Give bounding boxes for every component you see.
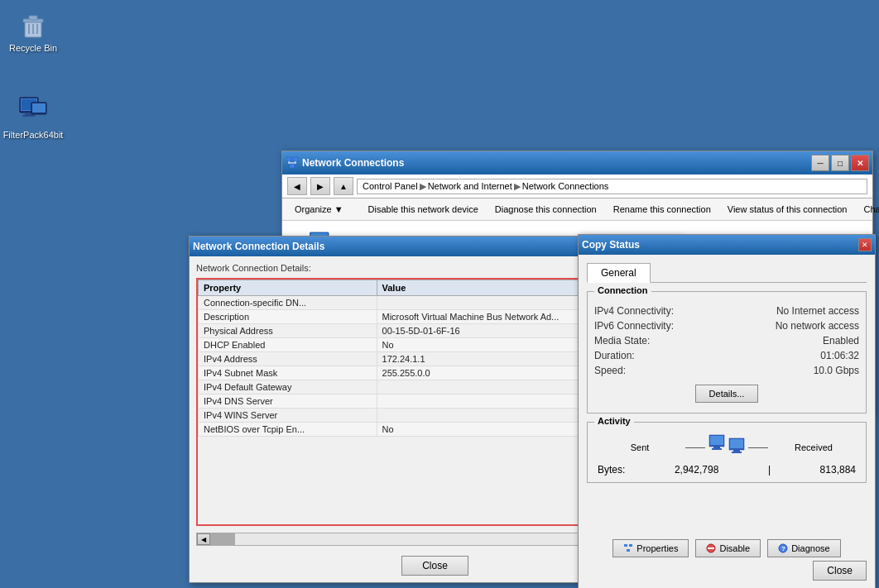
- cs-activity-title: Activity: [594, 416, 634, 426]
- ncd-col-property: Property: [199, 280, 377, 296]
- cs-network-animation-icon: [708, 434, 745, 461]
- copy-status-dialog: Copy Status ✕ General Connection IPv4 Co…: [578, 234, 876, 588]
- cs-bytes-label: Bytes:: [598, 464, 625, 476]
- cs-disable-button[interactable]: Disable: [695, 539, 761, 557]
- ncd-property-cell: DHCP Enabled: [199, 338, 377, 352]
- cs-disable-icon: [706, 543, 716, 553]
- svg-rect-15: [290, 164, 295, 168]
- breadcrumb-controlpanel[interactable]: Control Panel: [363, 181, 418, 191]
- nc-toolbar: Organize ▼ Disable this network device D…: [282, 198, 872, 221]
- cs-received-label: Received: [768, 442, 859, 452]
- ncd-property-cell: IPv4 Address: [199, 352, 377, 366]
- cs-close-dialog-button[interactable]: Close: [813, 561, 867, 581]
- cs-conn-value: 01:06:32: [820, 350, 859, 361]
- cs-conn-value: 10.0 Gbps: [814, 365, 859, 376]
- cs-connection-row: Speed:10.0 Gbps: [594, 365, 859, 376]
- disable-device-button[interactable]: Disable this network device: [361, 202, 486, 217]
- change-settings-button[interactable]: Change sett...: [856, 202, 879, 217]
- svg-rect-24: [710, 436, 723, 445]
- cs-conn-value: No Internet access: [776, 305, 859, 317]
- cs-titlebar[interactable]: Copy Status ✕: [579, 235, 875, 255]
- ncd-close-dialog-button[interactable]: Close: [401, 556, 468, 576]
- breadcrumb-networkinternet[interactable]: Network and Internet: [428, 181, 512, 191]
- cs-sent-label: Sent: [594, 442, 685, 452]
- organize-dropdown-icon: ▼: [334, 204, 343, 214]
- nc-breadcrumb: Control Panel ▶ Network and Internet ▶ N…: [357, 179, 867, 194]
- nc-close-button[interactable]: ✕: [851, 155, 869, 171]
- nc-up-button[interactable]: ▲: [334, 177, 353, 195]
- filterpack-label: FilterPack64bit: [3, 130, 64, 140]
- cs-diagnose-button[interactable]: ? Diagnose: [767, 539, 840, 557]
- nc-address-bar: ◀ ▶ ▲ Control Panel ▶ Network and Intern…: [282, 174, 872, 198]
- svg-rect-26: [712, 448, 722, 450]
- cs-arrow-left: ——: [685, 442, 705, 453]
- ncd-property-cell: NetBIOS over Tcpip En...: [199, 423, 377, 437]
- cs-sent-bytes: 2,942,798: [675, 464, 718, 476]
- nc-window-controls: ─ □ ✕: [811, 155, 869, 171]
- cs-arrow-right: ——: [748, 442, 768, 453]
- ncd-scroll-thumb[interactable]: [210, 533, 235, 545]
- svg-rect-25: [713, 447, 720, 448]
- nc-maximize-button[interactable]: □: [831, 155, 849, 171]
- cs-conn-value: No network access: [776, 320, 859, 332]
- organize-button[interactable]: Organize ▼: [287, 202, 351, 217]
- cs-conn-label: Speed:: [594, 365, 626, 376]
- svg-rect-32: [629, 544, 632, 547]
- cs-properties-button[interactable]: Properties: [612, 539, 689, 557]
- svg-rect-14: [293, 157, 298, 161]
- breadcrumb-sep1: ▶: [420, 181, 426, 192]
- cs-diagnose-icon: ?: [778, 543, 788, 553]
- cs-close-button[interactable]: ✕: [858, 238, 872, 251]
- recycle-bin-icon-container[interactable]: Recycle Bin: [4, 4, 62, 56]
- cs-network-icons: —— ——: [685, 434, 768, 461]
- cs-conn-label: IPv4 Connectivity:: [594, 305, 674, 317]
- breadcrumb-sep2: ▶: [514, 181, 521, 192]
- network-connections-titlebar[interactable]: Network Connections ─ □ ✕: [282, 151, 872, 174]
- svg-rect-33: [627, 549, 630, 552]
- cs-title: Copy Status: [582, 239, 858, 251]
- svg-rect-31: [624, 544, 627, 547]
- cs-action-buttons: Properties Disable ? Diagnose: [587, 539, 867, 557]
- cs-connection-row: IPv6 Connectivity:No network access: [594, 320, 859, 332]
- svg-rect-28: [730, 439, 743, 448]
- view-status-button[interactable]: View status of this connection: [720, 202, 855, 217]
- ncd-property-cell: IPv4 DNS Server: [199, 394, 377, 409]
- svg-rect-29: [733, 450, 740, 452]
- cs-activity-section: Activity Sent ——: [587, 422, 867, 483]
- cs-conn-label: Media State:: [594, 335, 650, 347]
- cs-close-area: Close: [587, 561, 867, 581]
- svg-rect-30: [732, 452, 742, 453]
- svg-rect-13: [286, 157, 291, 161]
- ncd-property-cell: IPv4 Subnet Mask: [199, 366, 377, 380]
- rename-connection-button[interactable]: Rename this connection: [606, 202, 718, 217]
- breadcrumb-networkconnections[interactable]: Network Connections: [522, 181, 609, 191]
- cs-activity-row: Sent —— —— Rece: [594, 434, 859, 461]
- cs-bytes-row: Bytes: 2,942,798 | 813,884: [594, 464, 859, 476]
- nc-window-icon: [286, 156, 299, 170]
- cs-connection-rows: IPv4 Connectivity:No Internet accessIPv6…: [594, 305, 859, 376]
- ncd-property-cell: Physical Address: [199, 324, 377, 338]
- ncd-property-cell: Connection-specific DN...: [199, 296, 377, 310]
- nc-minimize-button[interactable]: ─: [811, 155, 829, 171]
- ncd-property-cell: IPv4 Default Gateway: [199, 380, 377, 394]
- recycle-bin-label: Recycle Bin: [9, 43, 57, 53]
- svg-rect-2: [29, 16, 37, 20]
- cs-tab-general[interactable]: General: [587, 263, 651, 283]
- recycle-bin-icon: [17, 7, 50, 41]
- cs-conn-label: Duration:: [594, 350, 635, 361]
- cs-conn-value: Enabled: [823, 335, 859, 347]
- cs-bytes-sep: |: [768, 464, 771, 476]
- ncd-property-cell: IPv4 WINS Server: [199, 409, 377, 423]
- svg-text:?: ?: [781, 545, 785, 552]
- cs-details-button[interactable]: Details...: [695, 385, 759, 403]
- nc-window-title: Network Connections: [302, 157, 811, 169]
- cs-connection-row: Media State:Enabled: [594, 335, 859, 347]
- filterpack-icon-container[interactable]: FilterPack64bit: [4, 91, 62, 143]
- nc-forward-button[interactable]: ▶: [310, 177, 330, 195]
- cs-properties-icon: [623, 543, 633, 553]
- nc-back-button[interactable]: ◀: [287, 177, 307, 195]
- svg-rect-12: [32, 103, 46, 112]
- ncd-property-cell: Description: [199, 310, 377, 324]
- diagnose-connection-button[interactable]: Diagnose this connection: [488, 202, 604, 217]
- ncd-scroll-left[interactable]: ◀: [197, 533, 210, 545]
